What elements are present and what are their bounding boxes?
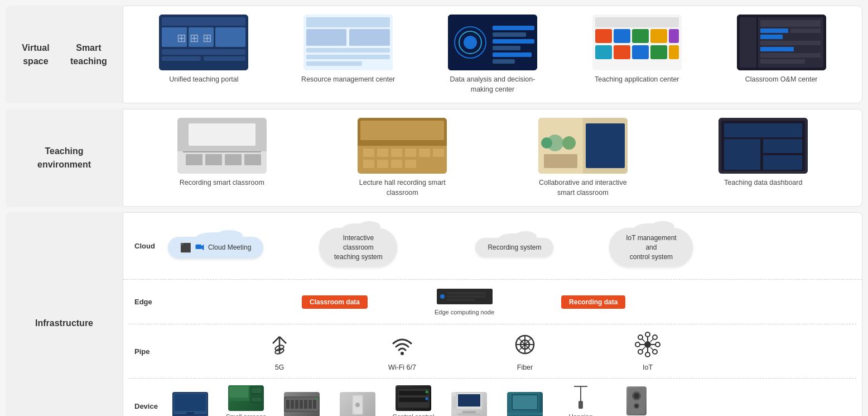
classroom-data-badge: Classroom data bbox=[302, 295, 368, 309]
teaching-env-label-line2: environment bbox=[37, 160, 91, 169]
pipe-sub-row: Pipe 5G bbox=[123, 324, 862, 378]
svg-rect-133 bbox=[304, 400, 307, 409]
card-dashboard: Teaching data dashboard bbox=[699, 118, 827, 188]
pipe-iot: IoT bbox=[625, 331, 670, 371]
card-unified-portal: Unified teaching portal bbox=[139, 15, 268, 85]
svg-rect-38 bbox=[740, 17, 756, 68]
svg-rect-22 bbox=[493, 46, 520, 50]
svg-rect-29 bbox=[632, 29, 649, 43]
teaching-env-label: Teaching environment bbox=[6, 109, 123, 207]
svg-point-18 bbox=[464, 36, 477, 49]
card-resource-mgmt: Resource management center bbox=[284, 15, 412, 85]
card-image-data bbox=[448, 15, 537, 70]
device-ideahub: IdeaHub bbox=[168, 392, 213, 416]
speaker-image bbox=[626, 386, 647, 415]
svg-rect-61 bbox=[391, 149, 402, 157]
svg-point-73 bbox=[562, 136, 576, 150]
svg-rect-54 bbox=[225, 154, 242, 165]
card-teaching-app: Teaching application center bbox=[573, 15, 701, 85]
svg-rect-86 bbox=[447, 295, 486, 298]
teaching-pc-image bbox=[451, 392, 487, 416]
svg-rect-124 bbox=[252, 388, 262, 393]
svg-point-100 bbox=[644, 341, 651, 348]
svg-rect-129 bbox=[286, 400, 290, 409]
card-label-collab: Collaborative and interactive smart clas… bbox=[536, 178, 630, 198]
svg-rect-80 bbox=[763, 139, 802, 153]
card-label-recording: Recording smart classroom bbox=[180, 178, 264, 188]
svg-rect-150 bbox=[458, 413, 480, 415]
device-items: IdeaHub bbox=[168, 385, 851, 416]
svg-point-109 bbox=[638, 335, 643, 340]
cloud-meeting-icon: ⬛ bbox=[180, 242, 191, 253]
svg-rect-143 bbox=[399, 398, 428, 402]
svg-point-136 bbox=[315, 398, 317, 400]
svg-point-164 bbox=[635, 404, 638, 408]
cloud-sub-row: Cloud ⬛ Cloud Meeting bbox=[123, 213, 862, 279]
svg-rect-12 bbox=[306, 48, 390, 52]
wifi-label: Wi-Fi 6/7 bbox=[388, 364, 416, 371]
card-data-analysis: Data analysis and decision-making center bbox=[428, 15, 557, 94]
svg-point-111 bbox=[638, 350, 643, 354]
small-screens-label: Small screens for students bbox=[224, 413, 268, 416]
fiber-label: Fiber bbox=[517, 364, 533, 371]
svg-line-90 bbox=[279, 337, 286, 343]
svg-rect-87 bbox=[447, 299, 475, 301]
svg-point-102 bbox=[645, 352, 650, 357]
svg-rect-33 bbox=[614, 45, 630, 59]
svg-rect-82 bbox=[196, 245, 202, 249]
teaching-env-items: Recording smart classroom bbox=[134, 118, 851, 198]
card-image-lecture bbox=[358, 118, 447, 174]
svg-point-84 bbox=[440, 294, 445, 299]
main-container: Virtual space Smart teaching bbox=[0, 0, 868, 416]
svg-rect-149 bbox=[462, 411, 476, 413]
card-oam: Classroom O&M center bbox=[717, 15, 846, 85]
svg-rect-9 bbox=[306, 17, 390, 27]
svg-rect-36 bbox=[669, 45, 679, 59]
5g-icon bbox=[266, 331, 293, 361]
cloud-meeting-shape: ⬛ Cloud Meeting bbox=[168, 237, 263, 259]
iot-label: IoT bbox=[643, 364, 653, 371]
svg-rect-26 bbox=[595, 17, 679, 27]
svg-rect-21 bbox=[493, 39, 534, 44]
svg-rect-11 bbox=[349, 29, 390, 46]
card-image-collab bbox=[538, 118, 628, 174]
svg-line-113 bbox=[642, 340, 645, 342]
svg-rect-68 bbox=[405, 160, 416, 168]
svg-rect-23 bbox=[493, 52, 532, 57]
card-collaborative: Collaborative and interactive smart clas… bbox=[519, 118, 647, 198]
card-label-portal: Unified teaching portal bbox=[169, 75, 238, 85]
card-image-app bbox=[592, 15, 682, 70]
svg-rect-34 bbox=[632, 45, 649, 59]
card-image-portal bbox=[159, 15, 248, 70]
svg-rect-43 bbox=[760, 35, 783, 39]
svg-rect-148 bbox=[458, 394, 480, 407]
svg-rect-75 bbox=[544, 154, 577, 168]
svg-rect-41 bbox=[760, 28, 788, 33]
iot-icon bbox=[634, 331, 661, 361]
svg-rect-135 bbox=[313, 400, 316, 409]
svg-rect-78 bbox=[724, 123, 802, 137]
virtual-space-content: Unified teaching portal bbox=[123, 6, 862, 103]
cloud-meeting-item: ⬛ Cloud Meeting bbox=[168, 237, 263, 259]
svg-rect-42 bbox=[790, 28, 821, 33]
svg-rect-44 bbox=[760, 41, 821, 45]
card-recording-smart: Recording smart classroom bbox=[158, 118, 286, 188]
cloud-items: ⬛ Cloud Meeting Interactive classroom te… bbox=[168, 219, 851, 272]
device-label: Device bbox=[134, 402, 168, 410]
device-switch: Switch/ONU bbox=[279, 392, 324, 416]
svg-rect-155 bbox=[507, 412, 543, 415]
device-hanging-mic: Hanging microphone bbox=[558, 385, 603, 416]
svg-point-104 bbox=[655, 342, 660, 347]
interactive-classroom-label: Interactive classroom teaching system bbox=[331, 233, 385, 261]
infrastructure-row: Infrastructure Cloud ⬛ Cloud Meeting bbox=[6, 212, 862, 416]
svg-rect-2 bbox=[162, 27, 187, 47]
central-label: Central control host bbox=[391, 413, 436, 416]
teaching-env-label-line1: Teaching bbox=[45, 146, 83, 156]
svg-point-162 bbox=[634, 393, 639, 399]
iot-management-label: IoT management and control system bbox=[621, 233, 681, 261]
svg-rect-45 bbox=[760, 47, 794, 51]
svg-rect-24 bbox=[493, 59, 515, 64]
svg-rect-60 bbox=[377, 149, 388, 157]
svg-rect-71 bbox=[586, 123, 625, 168]
device-speaker: Speaker bbox=[614, 386, 659, 416]
